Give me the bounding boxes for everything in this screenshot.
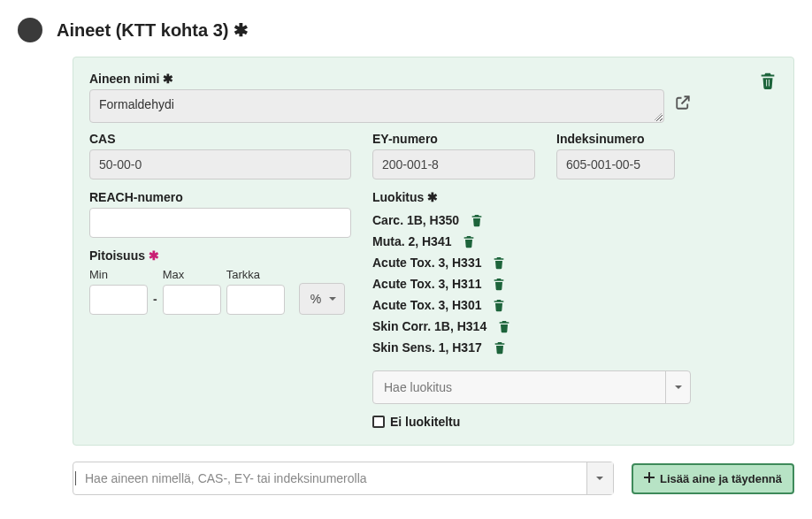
min-label: Min	[89, 268, 148, 281]
idx-label: Indeksinumero	[556, 132, 675, 146]
range-dash: -	[153, 292, 157, 315]
substance-panel: Aineen nimi ✱ Formaldehydi CAS EY-numero	[73, 57, 794, 446]
chevron-down-icon	[328, 294, 337, 303]
classification-search-placeholder: Hae luokitus	[384, 380, 452, 394]
ey-input[interactable]	[372, 149, 535, 179]
name-label: Aineen nimi ✱	[89, 72, 664, 86]
classification-row: Muta. 2, H341	[372, 231, 778, 252]
max-input[interactable]	[163, 285, 221, 315]
not-classified-label: Ei luokiteltu	[390, 415, 460, 429]
classification-text: Skin Corr. 1B, H314	[372, 319, 486, 333]
classification-row: Acute Tox. 3, H331	[372, 252, 778, 273]
classification-list: Carc. 1B, H350Muta. 2, H341Acute Tox. 3,…	[372, 210, 778, 358]
cas-input[interactable]	[89, 149, 351, 179]
delete-classification-button[interactable]	[497, 318, 511, 334]
classification-text: Muta. 2, H341	[372, 234, 451, 248]
luokitus-label: Luokitus ✱	[372, 190, 778, 204]
classification-text: Skin Sens. 1, H317	[372, 340, 482, 355]
classification-row: Skin Corr. 1B, H314	[372, 316, 778, 337]
tarkka-label: Tarkka	[226, 268, 285, 281]
required-indicator: ✱	[149, 248, 159, 263]
cas-label: CAS	[89, 132, 351, 146]
classification-row: Acute Tox. 3, H301	[372, 294, 778, 316]
classification-text: Carc. 1B, H350	[372, 213, 459, 227]
unit-select[interactable]: %	[299, 283, 345, 315]
classification-text: Acute Tox. 3, H331	[372, 256, 481, 270]
delete-classification-button[interactable]	[492, 276, 506, 292]
chevron-down-icon	[665, 371, 690, 403]
substance-search-placeholder: Hae aineen nimellä, CAS-, EY- tai indeks…	[75, 471, 586, 485]
min-input[interactable]	[89, 285, 148, 315]
idx-input[interactable]	[556, 149, 675, 179]
add-substance-button[interactable]: Lisää aine ja täydennä	[632, 463, 794, 494]
classification-row: Carc. 1B, H350	[372, 210, 778, 231]
chevron-down-icon	[586, 462, 613, 494]
max-label: Max	[163, 268, 221, 281]
classification-row: Skin Sens. 1, H317	[372, 337, 778, 358]
required-indicator: ✱	[234, 19, 249, 41]
external-link-icon[interactable]	[675, 95, 691, 111]
classification-search-select[interactable]: Hae luokitus	[372, 370, 691, 404]
delete-classification-button[interactable]	[492, 297, 506, 313]
classification-text: Acute Tox. 3, H301	[372, 298, 481, 312]
delete-classification-button[interactable]	[470, 212, 484, 228]
classification-row: Acute Tox. 3, H311	[372, 273, 778, 294]
not-classified-checkbox[interactable]	[372, 416, 385, 428]
ey-label: EY-numero	[372, 132, 535, 146]
section-bullet[interactable]	[18, 18, 42, 42]
pitoisuus-label: Pitoisuus✱	[89, 248, 351, 263]
delete-classification-button[interactable]	[493, 340, 507, 355]
reach-input[interactable]	[89, 208, 351, 238]
reach-label: REACH-numero	[89, 190, 351, 204]
classification-text: Acute Tox. 3, H311	[372, 277, 481, 291]
name-input[interactable]: Formaldehydi	[89, 89, 664, 123]
delete-classification-button[interactable]	[492, 255, 506, 271]
tarkka-input[interactable]	[226, 285, 285, 315]
delete-classification-button[interactable]	[462, 233, 476, 249]
substance-search-select[interactable]: Hae aineen nimellä, CAS-, EY- tai indeks…	[73, 462, 614, 495]
required-indicator: ✱	[163, 72, 173, 86]
required-indicator: ✱	[427, 190, 438, 204]
plus-icon	[644, 472, 655, 485]
delete-substance-button[interactable]	[758, 70, 778, 94]
section-title: Aineet (KTT kohta 3) ✱	[57, 19, 249, 41]
